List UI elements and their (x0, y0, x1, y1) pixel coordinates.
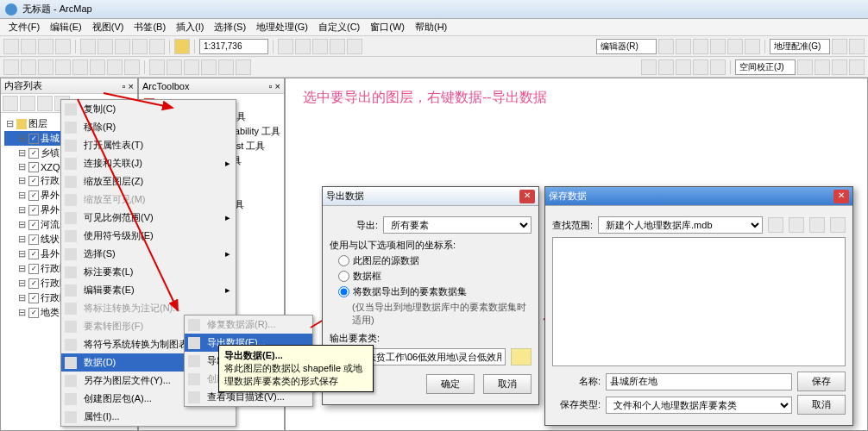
menu-item[interactable]: 打开属性表(T) (61, 136, 236, 154)
details-view-icon[interactable] (830, 217, 846, 233)
cancel-button[interactable]: 取消 (797, 395, 846, 415)
standard-toolbar: 1:317,736 编辑器(R) 地理配准(G) (0, 36, 868, 57)
menu-item[interactable]: 选择(S) (209, 19, 251, 35)
menu-item[interactable]: 插入(I) (171, 19, 209, 35)
menu-item[interactable]: 视图(V) (87, 19, 129, 35)
ok-button[interactable]: 确定 (426, 374, 475, 394)
open-btn[interactable] (21, 39, 36, 54)
menu-item[interactable]: 帮助(H) (410, 19, 452, 35)
editor-combo[interactable]: 编辑器(R) (596, 39, 657, 54)
lookin-combo[interactable]: 新建个人地理数据库.mdb (598, 216, 763, 234)
window-title: 无标题 - ArcMap (22, 3, 92, 16)
panel-controls[interactable]: ▫ × (269, 81, 280, 91)
tools-toolbar: 空间校正(J) (0, 57, 868, 78)
title-bar: 无标题 - ArcMap (0, 0, 868, 19)
menu-item[interactable]: 窗口(W) (365, 19, 410, 35)
toolbox-btn[interactable] (295, 39, 311, 54)
menu-item[interactable]: 移除(R) (61, 118, 236, 136)
cut-btn[interactable] (80, 39, 96, 54)
menu-item[interactable]: 编辑(E) (45, 19, 87, 35)
menu-item[interactable]: 标注要素(L) (61, 263, 236, 281)
menu-item[interactable]: 使用符号级别(E) (61, 227, 236, 245)
save-btn[interactable] (38, 39, 53, 54)
editor-toolbar-btn[interactable] (278, 39, 293, 54)
add-data-btn[interactable] (174, 39, 190, 54)
menu-item[interactable]: 属性(I)... (61, 408, 236, 426)
undo-btn[interactable] (132, 39, 148, 54)
dialog-title: 导出数据 (326, 190, 364, 203)
toolbox-title: ArcToolbox (142, 81, 189, 91)
python-btn[interactable] (347, 39, 362, 54)
home-icon[interactable] (789, 217, 804, 233)
close-icon[interactable]: ✕ (519, 190, 535, 203)
filetype-combo[interactable]: 文件和个人地理数据库要素类 (606, 397, 792, 414)
measure-icon[interactable] (218, 59, 234, 75)
list-view-icon[interactable] (809, 217, 825, 233)
menu-item[interactable]: 缩放至可见(M) (61, 191, 236, 209)
export-combo[interactable]: 所有要素 (383, 216, 531, 234)
close-icon[interactable]: ✕ (833, 190, 849, 203)
annotation-text: 选中要导出的图层，右键数据--导出数据 (303, 89, 547, 107)
search-btn[interactable] (330, 39, 345, 54)
find-icon[interactable] (236, 59, 251, 75)
copy-btn[interactable] (97, 39, 113, 54)
filename-input[interactable] (606, 373, 792, 390)
save-data-dialog[interactable]: 保存数据✕ 查找范围: 新建个人地理数据库.mdb 名称: 保存 保存类型: 文… (544, 186, 853, 426)
export-tooltip: 导出数据(E)... 将此图层的数据以 shapefile 或地理数据库要素类的… (218, 345, 374, 392)
menu-item[interactable]: 文件(F) (3, 19, 45, 35)
pan-icon[interactable] (38, 59, 53, 75)
dialog-title: 保存数据 (549, 190, 587, 203)
menu-item[interactable]: 书签(B) (129, 19, 171, 35)
panel-controls[interactable]: ▫ × (123, 81, 134, 91)
full-extent-icon[interactable] (55, 59, 71, 75)
menu-item[interactable]: 修复数据源(R)... (185, 315, 312, 334)
print-btn[interactable] (55, 39, 71, 54)
menu-bar[interactable]: 文件(F)编辑(E)视图(V)书签(B)插入(I)选择(S)地理处理(G)自定义… (0, 19, 868, 36)
menu-item[interactable]: 缩放至图层(Z) (61, 172, 236, 191)
browse-folder-icon[interactable] (511, 348, 531, 365)
radio-source[interactable]: 此图层的源数据 (330, 254, 531, 267)
up-folder-icon[interactable] (768, 217, 783, 233)
menu-item[interactable]: 编辑要素(E)▸ (61, 281, 236, 299)
menu-item[interactable]: 选择(S)▸ (61, 245, 236, 263)
redo-btn[interactable] (149, 39, 165, 54)
spatial-adj-combo[interactable]: 空间校正(J) (735, 59, 796, 75)
menu-item[interactable]: 地理处理(G) (251, 19, 313, 35)
select-icon[interactable] (149, 59, 165, 75)
scale-combo[interactable]: 1:317,736 (199, 39, 268, 54)
menu-item[interactable]: 可见比例范围(V)▸ (61, 209, 236, 227)
identify-icon[interactable] (167, 59, 182, 75)
georef-combo[interactable]: 地理配准(G) (770, 39, 830, 54)
radio-dataframe[interactable]: 数据框 (330, 270, 531, 283)
app-icon (5, 3, 17, 16)
file-list[interactable] (552, 237, 846, 366)
zoom-in-icon[interactable] (3, 59, 19, 75)
new-btn[interactable] (3, 39, 19, 54)
catalog-btn[interactable] (312, 39, 328, 54)
toc-title: 内容列表 (4, 79, 42, 92)
radio-dataset[interactable]: 将数据导出到的要素数据集 (330, 285, 531, 298)
save-button[interactable]: 保存 (797, 372, 846, 391)
menu-item[interactable]: 自定义(C) (313, 19, 365, 35)
paste-btn[interactable] (115, 39, 130, 54)
cancel-button[interactable]: 取消 (483, 374, 531, 394)
menu-item[interactable]: 复制(C) (61, 100, 236, 118)
zoom-out-icon[interactable] (21, 59, 36, 75)
menu-item[interactable]: 连接和关联(J)▸ (61, 154, 236, 172)
